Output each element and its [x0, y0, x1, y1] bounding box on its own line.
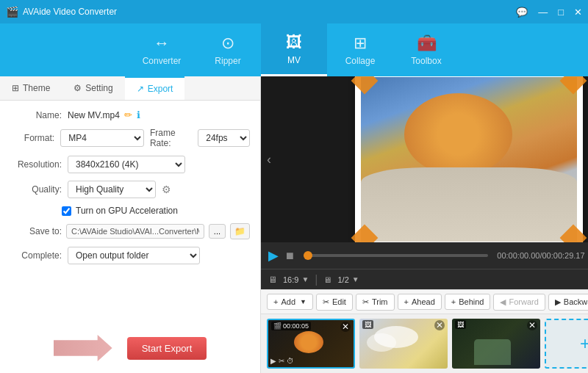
timeline-close-2[interactable]: ✕: [434, 320, 445, 330]
info-icon[interactable]: ℹ: [137, 109, 140, 120]
timeline-close-3[interactable]: ✕: [527, 320, 537, 330]
export-tab-icon: ↗: [137, 84, 144, 94]
save-label: Save to:: [10, 226, 62, 236]
timeline-time-1: 🎬 00:00:05: [271, 322, 311, 330]
edit-name-icon[interactable]: ✏: [124, 109, 132, 120]
resolution-label: Resolution:: [10, 159, 62, 170]
trim-button[interactable]: ✂ Trim: [356, 294, 395, 311]
progress-bar[interactable]: [304, 254, 488, 257]
edit-button[interactable]: ✂ Edit: [316, 294, 353, 311]
mv-label: MV: [287, 55, 301, 65]
timeline: 🎬 00:00:05 ✕ ▶ ✂ ⏱ 🖼 ✕: [261, 314, 588, 373]
play-button[interactable]: ▶: [268, 247, 279, 264]
setting-tab-label: Setting: [85, 83, 112, 93]
format-label: Format:: [10, 133, 54, 143]
timeline-close-1[interactable]: ✕: [340, 322, 351, 332]
complete-select[interactable]: Open output folder: [68, 247, 200, 264]
resolution-select[interactable]: 3840x2160 (4K): [68, 156, 185, 173]
preview-area: ‹ + ›: [261, 76, 588, 242]
timeline-item-1[interactable]: 🎬 00:00:05 ✕ ▶ ✂ ⏱: [267, 319, 355, 369]
play-ctrl-icon[interactable]: ▶: [270, 357, 276, 365]
behind-icon: +: [451, 297, 456, 306]
format-select[interactable]: MP4: [60, 129, 144, 147]
name-value: New MV.mp4 ✏ ℹ: [68, 109, 250, 120]
cat-body: [361, 167, 577, 242]
tab-theme[interactable]: ⊞ Theme: [0, 76, 62, 100]
theme-tab-label: Theme: [23, 83, 50, 93]
timeline-time-3: 🖼: [455, 320, 466, 329]
name-row: Name: New MV.mp4 ✏ ℹ: [10, 109, 250, 120]
start-export-button[interactable]: Start Export: [127, 337, 207, 360]
nav-mv[interactable]: 🖼 MV: [261, 23, 327, 76]
quality-select[interactable]: High Quality: [68, 181, 156, 198]
quality-label: Quality:: [10, 184, 62, 195]
behind-button[interactable]: + Behind: [445, 294, 491, 310]
stop-button[interactable]: ⏹: [284, 250, 295, 261]
cat-head: [404, 93, 512, 175]
toolbar: + Add ▼ ✂ Edit ✂ Trim + Ahead + Behind ◀: [261, 289, 588, 314]
save-row: Save to: ... 📁: [10, 223, 250, 239]
backward-button[interactable]: ▶ Backward: [548, 294, 588, 311]
export-tab-label: Export: [148, 84, 173, 94]
save-path-input[interactable]: [66, 224, 204, 239]
close-icon[interactable]: ✕: [574, 7, 582, 18]
right-panel: ‹ + › ▶ ⏹: [261, 76, 588, 373]
gpu-label: Turn on GPU Acceleration: [76, 206, 178, 216]
start-export-area: Start Export: [0, 323, 260, 373]
complete-row: Complete: Open output folder: [10, 247, 250, 264]
tab-setting[interactable]: ⚙ Setting: [62, 76, 124, 100]
ahead-button[interactable]: + Ahead: [398, 294, 442, 310]
add-media-plus-icon: +: [580, 333, 588, 354]
main-content: ⊞ Theme ⚙ Setting ↗ Export Name: New MV.…: [0, 76, 588, 373]
collage-icon: ⊞: [354, 34, 367, 53]
frame-rate-label: Frame Rate:: [150, 128, 192, 148]
arrow-shape: [54, 335, 112, 361]
cut-ctrl-icon[interactable]: ✂: [279, 357, 284, 365]
backward-icon: ▶: [555, 297, 561, 307]
app-icon: 🎬: [6, 6, 18, 18]
browse-button[interactable]: ...: [209, 224, 226, 239]
forward-button[interactable]: ◀ Forward: [493, 294, 545, 311]
cloud-shape-2: [367, 333, 396, 352]
complete-label: Complete:: [10, 250, 62, 261]
left-panel: ⊞ Theme ⚙ Setting ↗ Export Name: New MV.…: [0, 76, 261, 373]
zoom-select[interactable]: 🖥 1/2 ▼: [323, 275, 359, 284]
prev-arrow[interactable]: ‹: [267, 152, 271, 167]
nav-collage[interactable]: ⊞ Collage: [327, 23, 393, 76]
format-row: Format: MP4 Frame Rate: 24fps: [10, 128, 250, 148]
add-icon: +: [273, 297, 278, 306]
maximize-icon[interactable]: □: [558, 7, 564, 18]
frame-rate-select[interactable]: 24fps: [198, 129, 250, 147]
image-icon-2: 🖼: [457, 321, 464, 328]
nav-toolbox[interactable]: 🧰 Toolbox: [393, 23, 459, 76]
nav-converter[interactable]: ↔ Converter: [129, 23, 195, 76]
timeline-time-2: 🖼: [362, 320, 373, 329]
navbar: ↔ Converter ⊙ Ripper 🖼 MV ⊞ Collage 🧰 To…: [0, 23, 588, 76]
edit-icon: ✂: [323, 297, 329, 307]
timeline-item-3[interactable]: 🖼 ✕: [452, 319, 540, 369]
chat-icon[interactable]: 💬: [516, 7, 528, 18]
minimize-icon[interactable]: —: [538, 7, 548, 18]
toolbox-icon: 🧰: [417, 34, 437, 53]
timeline-controls-1: ▶ ✂ ⏱: [270, 357, 294, 365]
timeline-add-button[interactable]: +: [545, 319, 588, 369]
arrow-decoration: [54, 335, 112, 361]
open-folder-button[interactable]: 📁: [230, 223, 250, 239]
app-title: AVAide Video Converter: [23, 7, 117, 17]
quality-row: Quality: High Quality ⚙: [10, 181, 250, 198]
timeline-item-2[interactable]: 🖼 ✕: [359, 319, 448, 369]
nav-ripper[interactable]: ⊙ Ripper: [195, 23, 261, 76]
video-thumbnail: [361, 77, 577, 242]
clock-ctrl-icon[interactable]: ⏱: [287, 357, 294, 365]
gpu-checkbox[interactable]: [62, 206, 71, 216]
screen-icon: 🖥: [268, 275, 277, 285]
mv-icon: 🖼: [286, 33, 302, 52]
converter-icon: ↔: [154, 34, 170, 53]
cat-thumb: [294, 331, 323, 353]
progress-dot: [304, 251, 312, 260]
aspect-ratio-select[interactable]: 16:9 ▼: [283, 275, 309, 284]
titlebar: 🎬 AVAide Video Converter 💬 — □ ✕: [0, 0, 588, 23]
quality-settings-icon[interactable]: ⚙: [162, 184, 171, 195]
add-button[interactable]: + Add ▼: [267, 294, 313, 310]
tab-export[interactable]: ↗ Export: [125, 76, 185, 100]
